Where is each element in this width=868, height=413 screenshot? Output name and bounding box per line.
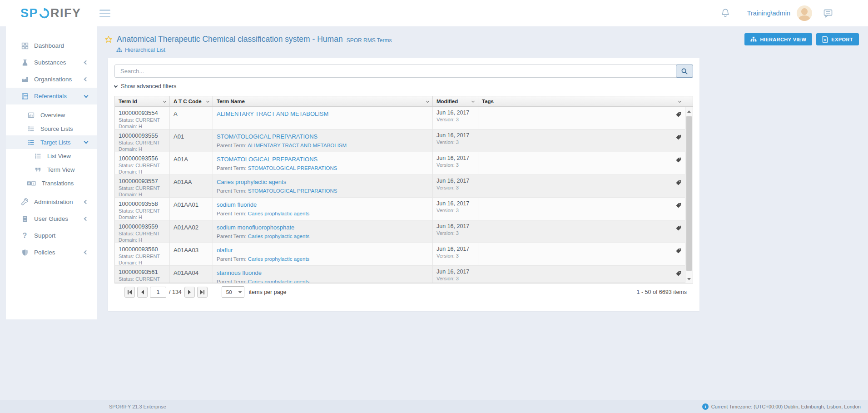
app-version-label: SPORIFY 21.3 Enterprise (109, 404, 166, 409)
book-icon (21, 215, 29, 223)
column-menu-icon[interactable] (678, 99, 681, 102)
search-input[interactable] (114, 65, 693, 78)
column-header-term-id[interactable]: Term Id (115, 96, 170, 106)
scrollbar-thumb[interactable] (686, 116, 692, 271)
sidebar-label: Overview (40, 112, 65, 119)
table-scrollbar[interactable] (685, 107, 693, 283)
parent-term-label: Parent Term: (217, 256, 247, 262)
column-menu-icon[interactable] (471, 99, 475, 102)
sidebar-item-term-view[interactable]: Term View (6, 163, 97, 176)
term-id-cell: 100000093557 Status: CURRENT Domain: H (115, 175, 170, 198)
column-menu-icon[interactable] (426, 99, 429, 102)
tag-icon[interactable] (675, 248, 682, 256)
parent-term-link[interactable]: STOMATOLOGICAL PREPARATIONS (248, 165, 337, 171)
sidebar-item-source-lists[interactable]: Source Lists (6, 122, 97, 135)
page-head: Anatomical Therapeutic Chemical classifi… (104, 35, 392, 53)
sidebar-label: Support (34, 232, 55, 239)
parent-term-link[interactable]: STOMATOLOGICAL PREPARATIONS (248, 188, 337, 194)
sidebar-item-administration[interactable]: Administration (6, 194, 97, 210)
sidebar-item-translations[interactable]: Az Translations (6, 176, 97, 190)
version-label: Version: 3 (436, 139, 474, 145)
term-id: 100000093555 (119, 132, 166, 139)
sidebar-item-user-guides[interactable]: User Guides (6, 210, 97, 227)
term-name-link[interactable]: sodium monofluorophosphate (217, 224, 294, 231)
svg-text:x: x (824, 38, 826, 42)
term-name-link[interactable]: sodium fluoride (217, 201, 257, 208)
sidebar-item-dashboard[interactable]: Dashboard (6, 37, 97, 54)
search-button[interactable] (676, 65, 693, 78)
atc-code-cell: A01AA01 (170, 198, 213, 220)
chat-icon[interactable] (823, 9, 833, 18)
term-status: Status: CURRENT (119, 208, 166, 214)
sidebar-item-target-lists[interactable]: Target Lists (6, 135, 97, 149)
page-number-input[interactable] (150, 287, 166, 298)
tags-cell (478, 175, 693, 198)
items-per-page-select[interactable]: 50 (222, 286, 244, 298)
sidebar-item-organisations[interactable]: Organisations (6, 71, 97, 88)
sidebar-item-referentials[interactable]: Referentials (6, 88, 97, 104)
atc-code: A01 (174, 133, 184, 140)
menu-toggle-icon[interactable] (99, 8, 110, 19)
tag-icon[interactable] (675, 202, 682, 210)
scroll-up-arrow[interactable] (685, 108, 693, 115)
previous-page-button[interactable] (137, 287, 148, 298)
advanced-filters-toggle[interactable]: Show advanced filters (114, 83, 693, 90)
sidebar-item-policies[interactable]: Policies (6, 244, 97, 261)
app-logo[interactable]: SP RIFY (20, 6, 81, 20)
last-page-button[interactable] (197, 287, 208, 298)
parent-term-link[interactable]: Caries prophylactic agents (248, 279, 310, 283)
column-menu-icon[interactable] (206, 99, 209, 102)
column-header-atc-code[interactable]: A T C Code (170, 96, 213, 106)
tag-icon[interactable] (675, 157, 682, 165)
chevron-left-icon (84, 250, 89, 255)
tag-icon[interactable] (675, 179, 682, 188)
modified-cell: Jun 16, 2017 Version: 3 (433, 175, 478, 198)
table-row: 100000093556 Status: CURRENT Domain: H A… (115, 152, 693, 175)
term-name-link[interactable]: ALIMENTARY TRACT AND METABOLISM (217, 110, 328, 117)
column-header-tags[interactable]: Tags (478, 96, 693, 106)
translate-icon: Az (26, 179, 36, 187)
export-button[interactable]: x EXPORT (816, 33, 859, 45)
parent-term-link[interactable]: Caries prophylactic agents (248, 211, 310, 216)
column-header-modified[interactable]: Modified (433, 96, 478, 106)
tag-icon[interactable] (675, 134, 682, 142)
term-name-link[interactable]: STOMATOLOGICAL PREPARATIONS (217, 133, 317, 140)
atc-code: A01AA04 (174, 269, 198, 276)
term-name-link[interactable]: Caries prophylactic agents (217, 179, 286, 185)
notifications-bell-icon[interactable] (721, 8, 730, 18)
tag-icon[interactable] (675, 270, 682, 279)
parent-term-label: Parent Term: (217, 279, 247, 283)
hierarchical-list-link[interactable]: Hierarchical List (116, 47, 392, 53)
pagination-bar: / 134 50 items per page 1 - 50 of 6693 i… (114, 283, 693, 300)
first-page-button[interactable] (124, 287, 135, 298)
term-domain: Domain: H (119, 237, 166, 243)
atc-code-cell: A01AA02 (170, 220, 213, 243)
top-header: SP RIFY Training\admin (0, 0, 868, 26)
term-name-link[interactable]: olaflur (217, 247, 233, 254)
hierarchy-view-button[interactable]: HIERARCHY VIEW (744, 33, 812, 45)
parent-term-link[interactable]: Caries prophylactic agents (248, 234, 310, 239)
parent-term-link[interactable]: Caries prophylactic agents (248, 256, 310, 262)
favorite-star-icon[interactable] (104, 35, 113, 44)
parent-term-link[interactable]: ALIMENTARY TRACT AND METABOLISM (248, 143, 347, 148)
scroll-down-arrow[interactable] (685, 275, 693, 283)
term-name-link[interactable]: stannous fluoride (217, 269, 262, 276)
sidebar-item-overview[interactable]: Overview (6, 108, 97, 122)
term-id: 100000093558 (119, 200, 166, 207)
page-title: Anatomical Therapeutic Chemical classifi… (117, 35, 343, 44)
sidebar-item-substances[interactable]: Substances (6, 54, 97, 71)
term-status: Status: CURRENT (119, 185, 166, 191)
sidebar-item-list-view[interactable]: List View (6, 149, 97, 163)
table-body: 100000093554 Status: CURRENT Domain: H A… (115, 107, 693, 283)
user-menu[interactable]: Training\admin (747, 10, 790, 17)
sidebar-item-support[interactable]: ? Support (6, 227, 97, 244)
next-page-button[interactable] (184, 287, 195, 298)
term-name-link[interactable]: STOMATOLOGICAL PREPARATIONS (217, 156, 317, 163)
column-header-term-name[interactable]: Term Name (213, 96, 433, 106)
tag-icon[interactable] (675, 111, 682, 119)
parent-term-label: Parent Term: (217, 143, 247, 148)
column-menu-icon[interactable] (163, 99, 166, 102)
avatar[interactable] (797, 5, 812, 21)
tag-icon[interactable] (675, 225, 682, 233)
modified-cell: Jun 16, 2017 Version: 3 (433, 243, 478, 266)
